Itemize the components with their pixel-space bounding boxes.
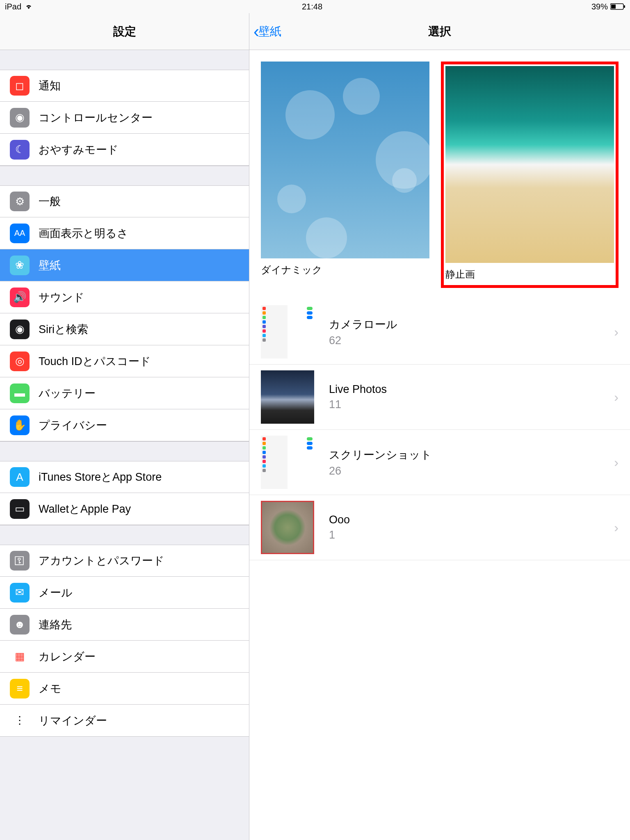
wallpaper-icon: ❀: [10, 256, 30, 275]
album-screenshots[interactable]: スクリーンショット26›: [249, 430, 630, 495]
wallpaper-type-still[interactable]: 静止画: [441, 62, 619, 288]
sidebar-item-display[interactable]: AA画面表示と明るさ: [0, 217, 249, 249]
sidebar-item-label: 一般: [39, 194, 61, 209]
album-thumbnail: [261, 501, 314, 554]
sidebar-item-privacy[interactable]: ✋プライバシー: [0, 409, 249, 441]
privacy-icon: ✋: [10, 415, 30, 435]
wallpaper-type-dynamic[interactable]: ダイナミック: [261, 62, 429, 288]
accounts-icon: ⚿: [10, 551, 30, 571]
wifi-icon: [25, 4, 33, 9]
album-title: カメラロール: [329, 317, 614, 332]
sidebar-item-calendar[interactable]: ▦カレンダー: [0, 641, 249, 673]
sidebar-item-touchid[interactable]: ◎Touch IDとパスコード: [0, 345, 249, 377]
svg-rect-1: [611, 5, 616, 9]
detail-header: ‹ 壁紙 選択: [249, 13, 630, 50]
sidebar-item-reminders[interactable]: ⋮リマインダー: [0, 705, 249, 737]
svg-rect-2: [624, 5, 625, 8]
sidebar-item-label: Siriと検索: [39, 322, 88, 337]
mail-icon: ✉: [10, 583, 30, 603]
sidebar-item-sounds[interactable]: 🔊サウンド: [0, 281, 249, 313]
album-title: スクリーンショット: [329, 447, 614, 462]
sidebar-item-itunes[interactable]: AiTunes StoreとApp Store: [0, 461, 249, 493]
touchid-icon: ◎: [10, 352, 30, 371]
sidebar-item-label: 壁紙: [39, 258, 61, 273]
sidebar-item-general[interactable]: ⚙一般: [0, 185, 249, 217]
notes-icon: ≡: [10, 679, 30, 698]
chevron-right-icon: ›: [614, 455, 619, 470]
sidebar-item-label: プライバシー: [39, 418, 107, 433]
dnd-icon: ☾: [10, 140, 30, 160]
sidebar-item-label: 画面表示と明るさ: [39, 226, 128, 241]
sidebar-item-label: カレンダー: [39, 649, 96, 664]
sidebar-item-label: サウンド: [39, 290, 84, 305]
sidebar-item-label: Touch IDとパスコード: [39, 354, 151, 369]
wallpaper-type-label: 静止画: [445, 268, 614, 281]
sidebar-item-label: メール: [39, 585, 73, 600]
chevron-right-icon: ›: [614, 390, 619, 405]
wallpaper-type-label: ダイナミック: [261, 263, 429, 276]
album-ooo[interactable]: Ooo1›: [249, 495, 630, 560]
sidebar-item-notifications[interactable]: ◻通知: [0, 70, 249, 102]
chevron-right-icon: ›: [614, 520, 619, 535]
sidebar-item-mail[interactable]: ✉メール: [0, 577, 249, 609]
sidebar-item-contacts[interactable]: ☻連絡先: [0, 609, 249, 641]
sidebar-item-label: リマインダー: [39, 713, 107, 728]
sounds-icon: 🔊: [10, 288, 30, 307]
siri-icon: ◉: [10, 320, 30, 339]
sidebar-item-siri[interactable]: ◉Siriと検索: [0, 313, 249, 345]
sidebar-item-label: 通知: [39, 78, 61, 93]
reminders-icon: ⋮: [10, 711, 30, 730]
sidebar-title: 設定: [0, 13, 249, 50]
dynamic-wallpaper-thumbnail: [261, 62, 429, 258]
itunes-icon: A: [10, 467, 30, 487]
device-name: iPad: [5, 2, 21, 11]
back-button[interactable]: ‹ 壁紙: [249, 23, 281, 40]
calendar-icon: ▦: [10, 647, 30, 667]
album-count: 26: [329, 465, 614, 477]
notifications-icon: ◻: [10, 76, 30, 96]
album-thumbnail: [261, 436, 314, 489]
status-bar: iPad 21:48 39%: [0, 0, 630, 13]
status-time: 21:48: [302, 2, 322, 11]
album-count: 1: [329, 529, 614, 541]
album-count: 11: [329, 398, 614, 411]
detail-pane: ‹ 壁紙 選択 ダイナミック静止画 カメラロール62›Live Photos11…: [249, 13, 630, 840]
album-thumbnail: [261, 305, 314, 358]
sidebar-item-battery[interactable]: ▬バッテリー: [0, 377, 249, 409]
album-title: Ooo: [329, 514, 614, 526]
sidebar-item-control-center[interactable]: ◉コントロールセンター: [0, 102, 249, 134]
battery-icon: ▬: [10, 383, 30, 403]
sidebar-item-notes[interactable]: ≡メモ: [0, 673, 249, 705]
sidebar-item-label: コントロールセンター: [39, 110, 153, 125]
display-icon: AA: [10, 224, 30, 243]
album-livephotos[interactable]: Live Photos11›: [249, 365, 630, 430]
settings-sidebar: 設定 ◻通知◉コントロールセンター☾おやすみモード⚙一般AA画面表示と明るさ❀壁…: [0, 13, 249, 840]
album-count: 62: [329, 334, 614, 347]
sidebar-item-dnd[interactable]: ☾おやすみモード: [0, 134, 249, 166]
sidebar-item-label: メモ: [39, 681, 62, 696]
contacts-icon: ☻: [10, 615, 30, 635]
chevron-right-icon: ›: [614, 324, 619, 340]
album-thumbnail: [261, 370, 314, 424]
sidebar-item-label: アカウントとパスワード: [39, 553, 164, 568]
control-center-icon: ◉: [10, 108, 30, 128]
sidebar-item-accounts[interactable]: ⚿アカウントとパスワード: [0, 545, 249, 577]
album-cameraroll[interactable]: カメラロール62›: [249, 299, 630, 365]
battery-icon: [610, 3, 625, 10]
sidebar-item-label: iTunes StoreとApp Store: [39, 470, 162, 484]
sidebar-item-label: おやすみモード: [39, 142, 119, 157]
sidebar-item-label: WalletとApple Pay: [39, 502, 131, 516]
general-icon: ⚙: [10, 192, 30, 211]
still-wallpaper-thumbnail: [445, 66, 614, 263]
back-label: 壁紙: [258, 24, 281, 39]
sidebar-item-label: 連絡先: [39, 617, 72, 632]
wallet-icon: ▭: [10, 499, 30, 519]
battery-percent: 39%: [591, 2, 608, 11]
sidebar-item-wallet[interactable]: ▭WalletとApple Pay: [0, 493, 249, 525]
sidebar-item-wallpaper[interactable]: ❀壁紙: [0, 249, 249, 281]
sidebar-item-label: バッテリー: [39, 386, 96, 401]
album-title: Live Photos: [329, 383, 614, 396]
detail-title: 選択: [428, 24, 451, 39]
